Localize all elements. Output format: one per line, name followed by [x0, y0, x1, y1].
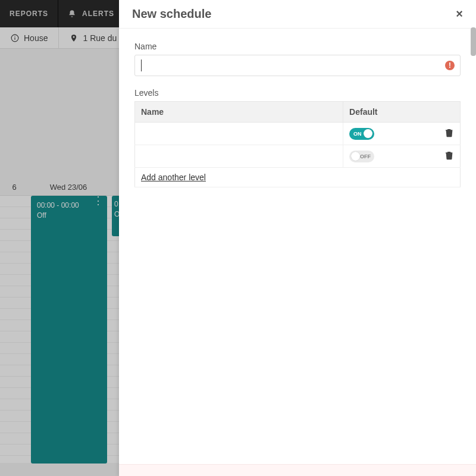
level-row: ON	[135, 123, 461, 145]
level-name-cell[interactable]	[135, 123, 343, 145]
toggle-off-label: OFF	[360, 154, 371, 159]
name-input[interactable]	[134, 55, 461, 76]
panel-header: New schedule ×	[119, 0, 476, 29]
trash-icon[interactable]	[444, 150, 454, 161]
scrollbar[interactable]	[471, 27, 476, 56]
level-name-cell[interactable]	[135, 145, 343, 168]
default-toggle-on[interactable]: ON	[349, 128, 374, 140]
name-input-row: !	[134, 55, 461, 76]
panel-title: New schedule	[132, 7, 211, 21]
panel-footer-strip	[119, 464, 476, 476]
delete-cell	[439, 145, 461, 168]
error-icon: !	[445, 61, 455, 70]
toggle-on-label: ON	[353, 131, 362, 137]
close-icon: ×	[456, 7, 463, 20]
trash-icon[interactable]	[444, 127, 454, 138]
text-cursor	[141, 60, 142, 71]
level-default-cell: OFF	[343, 145, 439, 168]
name-label: Name	[134, 42, 461, 51]
col-default-header: Default	[343, 102, 461, 123]
level-row: OFF	[135, 145, 461, 168]
default-toggle-off[interactable]: OFF	[349, 151, 374, 162]
levels-label: Levels	[134, 88, 461, 98]
toggle-knob	[351, 152, 360, 161]
delete-cell	[439, 123, 461, 145]
col-name-header: Name	[135, 102, 343, 123]
panel-body: Name ! Levels Name Default	[119, 29, 476, 476]
add-level-link[interactable]: Add another level	[141, 173, 206, 182]
add-level-row: Add another level	[135, 168, 461, 187]
new-schedule-panel: New schedule × Name ! Levels Name Defaul…	[119, 0, 476, 476]
toggle-knob	[364, 129, 372, 138]
levels-table: Name Default ON	[134, 101, 461, 187]
close-button[interactable]: ×	[456, 7, 463, 21]
level-default-cell: ON	[343, 123, 439, 145]
